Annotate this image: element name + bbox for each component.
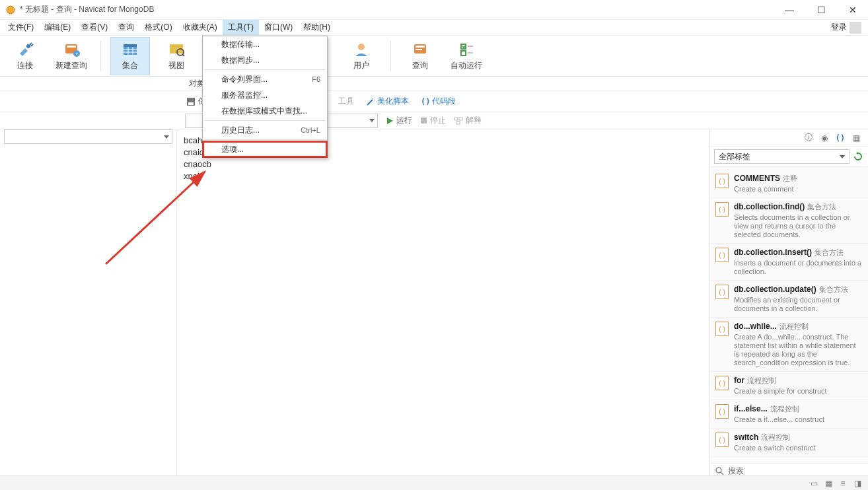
tool-autorun[interactable]: 自动运行 [447, 37, 486, 75]
menu-view[interactable]: 查看(V) [76, 20, 113, 35]
dropdown-cmdline[interactable]: 命令列界面...F6 [203, 71, 327, 87]
snippet-item[interactable]: ()db.collection.insert()集合方法Inserts a do… [710, 244, 868, 281]
status-side-icon[interactable]: ◨ [852, 478, 863, 489]
query-tools-label: 工具 [336, 94, 357, 108]
snippet-icon: () [715, 376, 729, 390]
snippet-item[interactable]: ()if...else...流程控制Create a if...else... … [710, 400, 868, 429]
snippet-item[interactable]: ()COMMENTS注释Create a comment [710, 170, 868, 198]
status-panel-icon[interactable]: ▭ [809, 478, 819, 489]
svg-point-0 [7, 6, 15, 14]
tool-connect[interactable]: 连接 [5, 37, 45, 75]
menu-window[interactable]: 窗口(W) [259, 20, 298, 35]
menu-edit[interactable]: 编辑(E) [39, 20, 76, 35]
snippet-item[interactable]: ()do...while...流程控制Create A do...while..… [710, 318, 868, 372]
query-sub-toolbar: 保存 工具 美化脚本 () 代码段 [0, 91, 868, 112]
left-sidebar [0, 129, 177, 478]
svg-point-34 [716, 468, 721, 473]
dropdown-separator [204, 69, 326, 70]
editor-line: cnaocb [184, 158, 703, 170]
login-label: 登录 [831, 22, 847, 33]
run-toolbar: 运行 停止 解释 [0, 112, 868, 129]
query-icon [411, 40, 429, 59]
eye-icon[interactable]: ◉ [819, 133, 830, 143]
svg-rect-23 [416, 49, 422, 50]
run-button[interactable]: 运行 [386, 115, 412, 126]
explain-button[interactable]: 解释 [454, 115, 482, 126]
chevron-down-icon [840, 155, 845, 158]
tools-dropdown: 数据传输... 数据同步... 命令列界面...F6 服务器监控... 在数据库… [202, 36, 328, 158]
user-icon [352, 40, 371, 59]
dropdown-data-transfer[interactable]: 数据传输... [203, 36, 327, 52]
dropdown-find-in-db[interactable]: 在数据库或模式中查找... [203, 103, 327, 119]
snippet-icon: () [715, 404, 729, 419]
refresh-icon[interactable] [852, 151, 864, 162]
query-editor[interactable]: bcah cnaicba cnaocb xnaj [177, 129, 709, 478]
beautify-button[interactable]: 美化脚本 [363, 94, 412, 108]
svg-rect-22 [416, 46, 425, 48]
dropdown-server-monitor[interactable]: 服务器监控... [203, 87, 327, 103]
grid-icon[interactable]: ▦ [851, 133, 861, 143]
tool-new-query[interactable]: + 新建查询 [52, 37, 91, 75]
editor-line: xnaj [184, 170, 703, 182]
svg-rect-30 [421, 118, 427, 123]
snippet-item[interactable]: ()for流程控制Create a simple for construct [710, 372, 868, 400]
snippet-icon: () [715, 248, 729, 262]
dropdown-options[interactable]: 选项... [203, 141, 327, 157]
separator [390, 41, 391, 71]
snippet-icon: () [715, 322, 729, 336]
app-icon [5, 5, 16, 15]
status-bar: ▭ ▦ ≡ ◨ [0, 475, 868, 490]
tool-view[interactable]: 视图 [157, 37, 196, 75]
window-title: * 无标题 - 查询 - Navicat for MongoDB [20, 4, 779, 15]
sidebar-filter-input[interactable] [4, 129, 172, 144]
search-input[interactable] [728, 466, 863, 475]
svg-rect-25 [461, 51, 466, 55]
braces-icon[interactable]: () [835, 133, 846, 143]
close-button[interactable]: ✕ [843, 5, 863, 15]
main-toolbar: 连接 + 新建查询 集合 视图 Reduce GridFS 用户 查询 自动运行 [0, 36, 868, 77]
menu-query[interactable]: 查询 [113, 20, 139, 35]
login-link[interactable]: 登录 [827, 20, 865, 35]
menu-help[interactable]: 帮助(H) [298, 20, 336, 35]
minimize-button[interactable]: — [779, 5, 799, 15]
dropdown-data-sync[interactable]: 数据同步... [203, 52, 327, 68]
menu-bar: 文件(F) 编辑(E) 查看(V) 查询 格式(O) 收藏夹(A) 工具(T) … [0, 20, 868, 36]
dropdown-separator [204, 120, 326, 121]
tool-query[interactable]: 查询 [400, 37, 440, 75]
menu-format[interactable]: 格式(O) [139, 20, 177, 35]
svg-point-20 [358, 44, 365, 50]
snippet-icon: () [715, 202, 729, 217]
menu-tools[interactable]: 工具(T) [223, 20, 259, 35]
snippet-icon: () [715, 433, 729, 447]
dropdown-history-log[interactable]: 历史日志...Ctrl+L [203, 122, 327, 138]
svg-rect-32 [459, 118, 462, 120]
save-icon [186, 97, 196, 106]
snippet-item[interactable]: ()db.collection.update()集合方法Modifies an … [710, 281, 868, 318]
code-snippet-button[interactable]: () 代码段 [418, 94, 458, 108]
snippet-icon: () [715, 174, 729, 188]
autorun-icon [457, 40, 476, 59]
table-icon [121, 40, 139, 59]
info-icon[interactable]: ⓘ [803, 133, 814, 143]
main-area: bcah cnaicba cnaocb xnaj ⓘ ◉ () ▦ 全部标签 (… [0, 129, 868, 478]
svg-rect-7 [124, 44, 137, 47]
snippet-item[interactable]: ()switch流程控制Create a switch construct [710, 429, 868, 457]
plug-icon [16, 40, 34, 59]
menu-file[interactable]: 文件(F) [3, 20, 39, 35]
new-query-icon: + [62, 40, 81, 59]
braces-icon: () [421, 97, 430, 106]
snippet-item[interactable]: ()db.collection.find()集合方法Selects docume… [710, 198, 868, 244]
maximize-button[interactable]: ☐ [811, 5, 831, 15]
tool-collection[interactable]: 集合 [110, 37, 150, 75]
svg-line-35 [721, 472, 723, 475]
object-bar: 对象 [0, 77, 868, 91]
snippet-icon: () [715, 285, 729, 299]
separator [100, 41, 101, 71]
menu-favorites[interactable]: 收藏夹(A) [178, 20, 223, 35]
tags-select[interactable]: 全部标签 [714, 149, 850, 164]
status-grid-icon[interactable]: ▦ [823, 478, 834, 489]
tool-user[interactable]: 用户 [342, 37, 381, 75]
status-list-icon[interactable]: ≡ [838, 478, 848, 489]
stop-button[interactable]: 停止 [420, 115, 446, 126]
chevron-down-icon [164, 135, 169, 139]
